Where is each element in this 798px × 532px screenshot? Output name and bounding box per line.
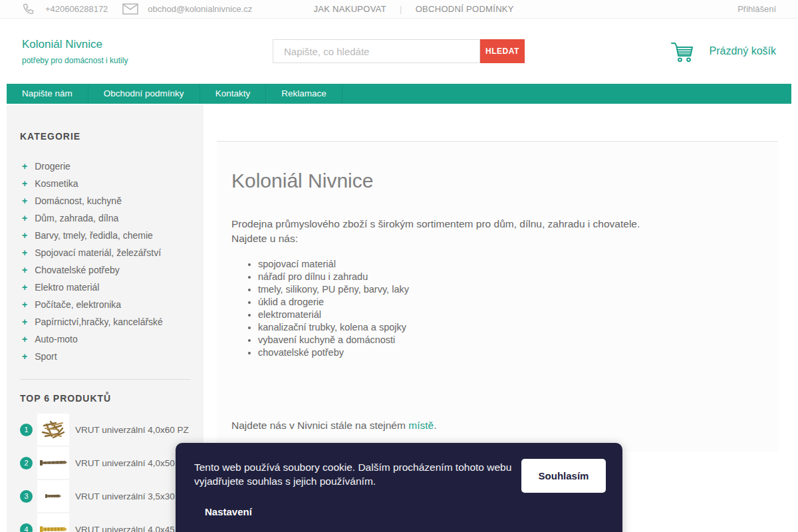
plus-icon: +	[22, 282, 27, 293]
top-bar: +420606288172 obchod@kolonialnivnice.cz …	[0, 0, 798, 19]
sidebar-item-papirnictvi[interactable]: +Papírnictví,hračky, kancelářské	[7, 313, 203, 331]
cart-widget[interactable]: Prázdný košík	[670, 41, 776, 63]
assortment-item: vybavení kuchyně a domácnosti	[258, 334, 763, 346]
location-line: Najdete nás v Nivnici stále na stejném m…	[231, 420, 763, 432]
page-title: Koloniál Nivnice	[231, 170, 763, 192]
place-link[interactable]: místě	[408, 420, 434, 431]
search-button[interactable]: HLEDAT	[480, 39, 525, 63]
plus-icon: +	[22, 351, 27, 362]
assortment-item: chovatelské potřeby	[258, 346, 763, 359]
sidebar-item-barvy[interactable]: +Barvy, tmely, ředidla, chemie	[7, 227, 203, 244]
location-text-period: .	[434, 420, 436, 431]
mail-icon	[122, 3, 138, 15]
top-link-jak-nakupovat[interactable]: JAK NAKUPOVAT	[313, 4, 386, 14]
plus-icon: +	[22, 213, 27, 223]
category-label: Elektro materiál	[35, 282, 99, 293]
main-nav: Napište nám Obchodní podmínky Kontakty R…	[7, 84, 791, 104]
plus-icon: +	[22, 196, 27, 206]
product-thumbnail-screw-small	[37, 480, 69, 512]
sidebar-item-drogerie[interactable]: +Drogerie	[7, 158, 203, 175]
top-links: JAK NAKUPOVAT | OBCHODNÍ PODMÍNKY	[313, 4, 513, 14]
phone-number[interactable]: +420606288172	[45, 4, 108, 14]
cookie-consent-banner: Tento web používá soubory cookie. Dalším…	[176, 443, 622, 532]
top-products-list: 1 VRUT uni	[7, 414, 203, 532]
top-product-1[interactable]: 1 VRUT uni	[20, 414, 203, 446]
site-logo[interactable]: Koloniál Nivnice potřeby pro domácnost i…	[22, 38, 273, 65]
sidebar-item-auto-moto[interactable]: +Auto-moto	[7, 331, 203, 348]
assortment-list: spojovací materiál nářadí pro dílnu i za…	[231, 258, 763, 359]
logo-title: Koloniál Nivnice	[22, 38, 273, 51]
category-label: Spojovací materiál, železářství	[35, 247, 161, 258]
top-link-obchodni-podminky[interactable]: OBCHODNÍ PODMÍNKY	[416, 4, 514, 14]
nav-item-napiste-nam[interactable]: Napište nám	[7, 84, 88, 104]
top-links-divider: |	[400, 4, 402, 14]
nav-item-reklamace[interactable]: Reklamace	[266, 84, 342, 104]
assortment-item: elektromateriál	[258, 309, 763, 321]
sidebar-item-kosmetika[interactable]: +Kosmetika	[7, 175, 203, 192]
sidebar-item-spojovaci[interactable]: +Spojovací materiál, železářství	[7, 244, 203, 261]
cookie-accept-button[interactable]: Souhlasím	[521, 459, 606, 493]
category-label: Domácnost, kuchyně	[35, 196, 122, 206]
category-label: Papírnictví,hračky, kancelářské	[35, 317, 163, 327]
nav-item-obchodni-podminky[interactable]: Obchodní podmínky	[88, 84, 200, 104]
sidebar: KATEGORIE +Drogerie +Kosmetika +Domácnos…	[7, 105, 203, 532]
product-thumbnail-screw-gold	[37, 513, 69, 532]
sidebar-item-dum-zahrada[interactable]: +Dům, zahrada, dílna	[7, 209, 203, 227]
sidebar-item-domacnost[interactable]: +Domácnost, kuchyně	[7, 192, 203, 209]
main-panel: Koloniál Nivnice Prodejna průmyslového z…	[217, 141, 778, 452]
product-name: VRUT univerzální 3,5x30 PZ	[75, 491, 189, 501]
assortment-item: spojovací materiál	[258, 258, 763, 271]
category-label: Počítače, elektronika	[35, 299, 121, 310]
category-label: Drogerie	[35, 161, 70, 172]
contact-group: +420606288172 obchod@kolonialnivnice.cz	[22, 2, 252, 16]
categories-heading: KATEGORIE	[20, 131, 190, 142]
top-products-heading: TOP 6 PRODUKTŮ	[20, 393, 190, 404]
category-list: +Drogerie +Kosmetika +Domácnost, kuchyně…	[7, 158, 203, 365]
plus-icon: +	[22, 299, 27, 310]
rank-badge: 1	[20, 424, 33, 436]
assortment-item: nářadí pro dílnu i zahradu	[258, 271, 763, 283]
assortment-item: úklid a drogerie	[258, 296, 763, 309]
category-label: Kosmetika	[35, 178, 78, 189]
rank-badge: 3	[20, 490, 33, 503]
cookie-message: Tento web používá soubory cookie. Dalším…	[194, 460, 517, 488]
plus-icon: +	[22, 334, 27, 344]
sidebar-item-elektro[interactable]: +Elektro materiál	[7, 279, 203, 296]
location-text: Najdete nás v Nivnici stále na stejném	[231, 420, 408, 431]
intro-line-2: Najdete u nás:	[231, 231, 763, 246]
email-address[interactable]: obchod@kolonialnivnice.cz	[148, 4, 252, 14]
assortment-item: kanalizační trubky, kolena a spojky	[258, 321, 763, 334]
login-link[interactable]: Přihlášení	[737, 4, 776, 14]
product-thumbnail-screw-pile	[37, 414, 69, 446]
category-label: Dům, zahrada, dílna	[35, 213, 118, 223]
sidebar-item-pocitace[interactable]: +Počítače, elektronika	[7, 296, 203, 313]
category-label: Chovatelské potřeby	[35, 265, 120, 275]
header: Koloniál Nivnice potřeby pro domácnost i…	[0, 19, 798, 84]
category-label: Sport	[35, 351, 57, 362]
intro-paragraph: Prodejna průmyslového zboží s širokým so…	[231, 217, 763, 246]
cart-icon	[670, 41, 694, 63]
plus-icon: +	[22, 178, 27, 189]
nav-item-kontakty[interactable]: Kontakty	[200, 84, 267, 104]
logo-subtitle: potřeby pro domácnost i kutily	[22, 56, 273, 65]
plus-icon: +	[22, 161, 27, 172]
product-name: VRUT univerzální 4,0x60 PZ	[75, 425, 189, 435]
intro-line-1: Prodejna průmyslového zboží s širokým so…	[231, 217, 763, 231]
sidebar-item-sport[interactable]: +Sport	[7, 348, 203, 365]
assortment-item: tmely, silikony, PU pěny, barvy, laky	[258, 283, 763, 296]
category-label: Barvy, tmely, ředidla, chemie	[35, 230, 153, 241]
sidebar-item-chovatelske[interactable]: +Chovatelské potřeby	[7, 261, 203, 279]
category-label: Auto-moto	[35, 334, 78, 344]
search-input[interactable]	[273, 39, 480, 63]
cookie-settings-link[interactable]: Nastavení	[205, 506, 252, 517]
product-thumbnail-screw-long	[37, 447, 69, 479]
phone-icon	[22, 2, 36, 16]
plus-icon: +	[22, 317, 27, 327]
product-name: VRUT univerzální 4,0x50 PZ	[75, 458, 189, 468]
plus-icon: +	[22, 247, 27, 258]
rank-badge: 2	[20, 457, 33, 469]
plus-icon: +	[22, 230, 27, 241]
search-bar: HLEDAT	[273, 39, 525, 63]
product-name: VRUT univerzální 4,0x45 PZ	[75, 525, 189, 532]
plus-icon: +	[22, 265, 27, 275]
